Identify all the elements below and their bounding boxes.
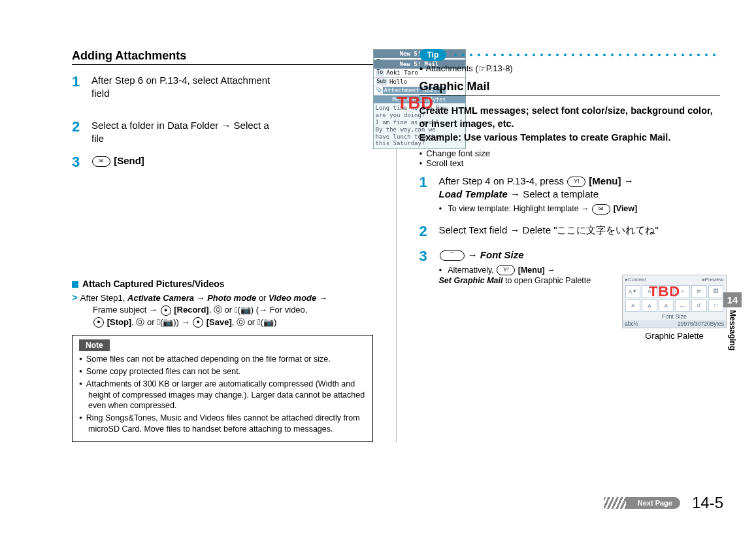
shot-to: Aoki Taro (386, 69, 418, 77)
right-step-2: 2 Select Text field → Delete "ここに文字をいれてね… (419, 224, 721, 239)
page-footer: Next Page 14-5 (604, 494, 723, 512)
tip-link-line: ●Attachments (☞P.13-8) (419, 63, 721, 73)
step-sub-bullet: To view template: Highlight template → ✉… (439, 203, 721, 215)
graphic-palette-figure: ▸Context ▸Preview A▼ A A ≡ ⇄ 🖼 A A A — ↺… (622, 275, 727, 341)
tip-dots (452, 54, 720, 56)
gp-cell: ≡ (675, 285, 690, 298)
note-label: Note (79, 339, 110, 351)
page-number: 14-5 (692, 494, 723, 512)
step-text: Select a folder in Data Folder → Select … (91, 119, 272, 146)
y-key-icon: Y! (567, 177, 585, 187)
center-key-icon: ● (93, 317, 104, 328)
chevron-right-icon: > (72, 292, 78, 303)
step-sub-bullet: Alternatively, Y! [Menu] → Set Graphic M… (439, 265, 606, 287)
title-rule (419, 95, 721, 95)
square-bullet-icon (72, 281, 78, 288)
chapter-name: Messaging (728, 310, 737, 351)
hatch-decoration-icon (604, 497, 626, 509)
step-text: After Step 4 on P.13-4, press Y! [Menu] … (439, 175, 721, 215)
note-box: Note Some files can not be attached depe… (72, 335, 373, 442)
step-text: ⌒ → Font Size Alternatively, Y! [Menu] →… (439, 249, 606, 286)
step-text: After Step 6 on P.13-4, select Attachmen… (91, 74, 272, 101)
paperclip-icon: 📎 (376, 87, 383, 94)
section-title-left: Adding Attachments (72, 49, 373, 63)
gp-cell: A▼ (625, 285, 640, 298)
step-2: 2 Select a folder in Data Folder → Selec… (72, 119, 272, 146)
shot-sub: Hello (389, 78, 407, 86)
tip-row: Tip (419, 49, 721, 61)
pre-bullet-item: Change font size (419, 148, 721, 158)
gp-cell: 🖼 (708, 285, 723, 298)
next-page-pill: Next Page (626, 497, 680, 509)
title-rule (72, 64, 373, 65)
intro-para-2: Example: Use various Templates to create… (419, 131, 721, 145)
intro-para-1: Create HTML messages; select font color/… (419, 105, 721, 130)
step-num: 3 (72, 154, 91, 170)
gp-cell: A (642, 300, 657, 313)
gp-font-size-label: Font Size (623, 313, 726, 320)
chapter-number: 14 (723, 292, 742, 307)
tip-label: Tip (419, 49, 447, 61)
pre-bullet-item: Scroll text (419, 158, 721, 168)
note-item: Some files can not be attached depending… (79, 354, 366, 365)
note-item: Ring Songs&Tones, Music and Videos files… (79, 413, 366, 435)
center-key-icon: ● (161, 305, 171, 316)
step-text: Select Text field → Delete "ここに文字をいれてね" (439, 224, 721, 237)
gp-cell: ⇄ (691, 285, 706, 298)
attach-subheading: Attach Captured Pictures/Videos (72, 279, 373, 289)
center-key-icon: ● (193, 317, 203, 328)
note-item: Some copy protected files can not be sen… (79, 366, 366, 377)
gp-cell: A (642, 285, 657, 298)
step-num: 2 (419, 224, 439, 239)
step-1: 1 After Step 6 on P.13-4, select Attachm… (72, 74, 272, 101)
right-step-1: 1 After Step 4 on P.13-4, press Y! [Menu… (419, 175, 721, 215)
mail-key-icon: ✉ (92, 156, 110, 167)
gp-context-label: ▸Context (625, 277, 646, 283)
step-text: ✉ [Send] (91, 154, 272, 167)
gp-cell: ↺ (691, 300, 706, 313)
step-num: 1 (72, 74, 91, 90)
note-item: Attachments of 300 KB or larger are auto… (79, 379, 366, 412)
gp-caption: Graphic Palette (622, 331, 727, 341)
gp-cell: — (675, 300, 690, 313)
gp-cell: □ (708, 300, 723, 313)
send-label: [Send] (114, 155, 144, 166)
gp-abc-label: abc½ (625, 320, 638, 327)
gp-preview-label: ▸Preview (702, 277, 723, 283)
y-key-icon: Y! (497, 265, 515, 275)
mail-key-icon: ✉ (592, 204, 610, 215)
step-num: 3 (419, 249, 439, 264)
gp-bytes-label: 29978/30720Bytes (678, 320, 724, 327)
step-num: 2 (72, 119, 91, 135)
attach-instructions: >After Step1, Activate Camera → Photo mo… (72, 290, 373, 328)
section-title-right: Graphic Mail (419, 80, 721, 94)
gp-cell: A (659, 300, 674, 313)
gp-toolbar-grid: A▼ A A ≡ ⇄ 🖼 A A A — ↺ □ (623, 284, 726, 313)
japanese-placeholder: "ここに文字をいれてね" (553, 224, 659, 235)
chapter-side-tab: 14 Messaging (723, 292, 742, 351)
gp-cell: A (659, 285, 674, 298)
pre-bullets: Change font size Scroll text (419, 148, 721, 168)
gp-cell: A (625, 300, 640, 313)
step-3: 3 ✉ [Send] (72, 154, 272, 170)
call-key-icon: ⌒ (440, 250, 465, 261)
step-num: 1 (419, 175, 439, 190)
